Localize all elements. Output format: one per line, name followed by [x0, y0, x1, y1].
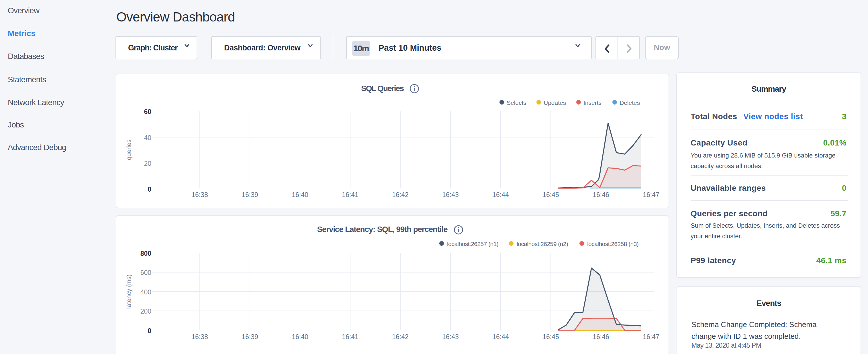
svg-text:16:46: 16:46 [593, 333, 609, 341]
svg-text:16:39: 16:39 [242, 333, 258, 341]
svg-text:600: 600 [141, 269, 151, 277]
svg-text:0: 0 [148, 186, 151, 193]
svg-text:16:44: 16:44 [492, 191, 509, 198]
svg-text:16:38: 16:38 [191, 191, 208, 198]
svg-text:localhost:26257 (n1): localhost:26257 (n1) [447, 240, 498, 247]
svg-text:16:38: 16:38 [191, 333, 208, 341]
svg-text:localhost:26259 (n2): localhost:26259 (n2) [517, 240, 568, 247]
svg-text:16:43: 16:43 [442, 191, 459, 198]
svg-text:16:42: 16:42 [392, 333, 409, 341]
svg-text:Updates: Updates [544, 99, 566, 106]
svg-text:Service Latency: SQL, 99th per: Service Latency: SQL, 99th percentile [317, 225, 448, 234]
svg-text:40: 40 [144, 134, 151, 141]
svg-text:16:41: 16:41 [342, 333, 359, 341]
svg-text:Selects: Selects [507, 99, 526, 106]
svg-text:16:43: 16:43 [442, 333, 459, 341]
svg-text:latency (ms): latency (ms) [125, 275, 132, 309]
svg-text:16:40: 16:40 [292, 333, 308, 341]
svg-text:20: 20 [144, 160, 151, 167]
svg-text:SQL Queries: SQL Queries [361, 84, 404, 93]
svg-text:Inserts: Inserts [584, 99, 601, 106]
svg-text:16:39: 16:39 [242, 191, 258, 198]
svg-text:16:42: 16:42 [392, 191, 409, 198]
svg-text:400: 400 [141, 288, 151, 296]
svg-text:localhost:26258 (n3): localhost:26258 (n3) [587, 240, 639, 247]
svg-text:queries: queries [125, 139, 132, 160]
svg-text:800: 800 [141, 250, 151, 257]
svg-text:16:45: 16:45 [542, 191, 559, 198]
svg-text:60: 60 [144, 108, 151, 116]
svg-text:Deletes: Deletes [620, 99, 640, 106]
svg-text:16:47: 16:47 [643, 333, 659, 341]
svg-text:16:40: 16:40 [292, 191, 308, 198]
svg-text:16:46: 16:46 [593, 191, 609, 198]
svg-text:16:41: 16:41 [342, 191, 359, 198]
svg-text:16:45: 16:45 [542, 333, 559, 341]
svg-text:200: 200 [141, 308, 151, 315]
svg-text:16:44: 16:44 [492, 333, 509, 341]
svg-text:16:47: 16:47 [643, 191, 659, 198]
svg-text:0: 0 [148, 327, 151, 334]
